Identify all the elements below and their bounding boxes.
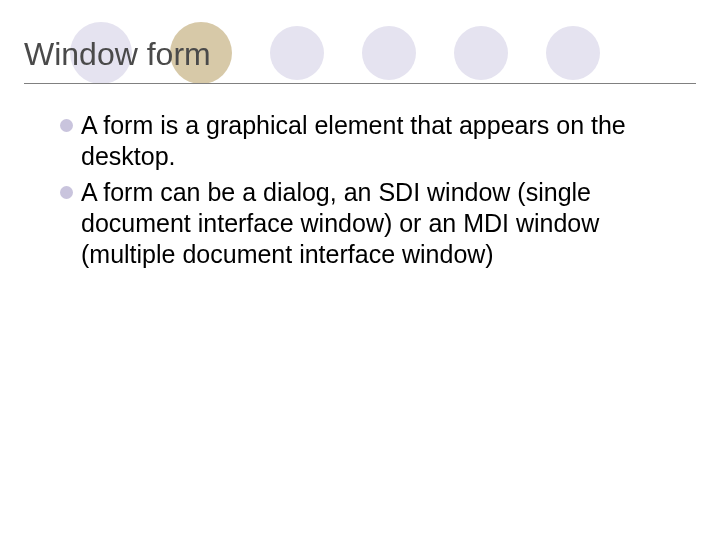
bullet-text: A form is a graphical element that appea… [81, 110, 670, 173]
title-area: Window form [24, 36, 696, 84]
bullet-item: A form is a graphical element that appea… [60, 110, 670, 173]
slide-title: Window form [24, 36, 696, 81]
bullet-icon [60, 186, 73, 199]
bullet-item: A form can be a dialog, an SDI window (s… [60, 177, 670, 271]
content-area: A form is a graphical element that appea… [60, 110, 670, 274]
bullet-icon [60, 119, 73, 132]
title-underline [24, 83, 696, 84]
bullet-text: A form can be a dialog, an SDI window (s… [81, 177, 670, 271]
